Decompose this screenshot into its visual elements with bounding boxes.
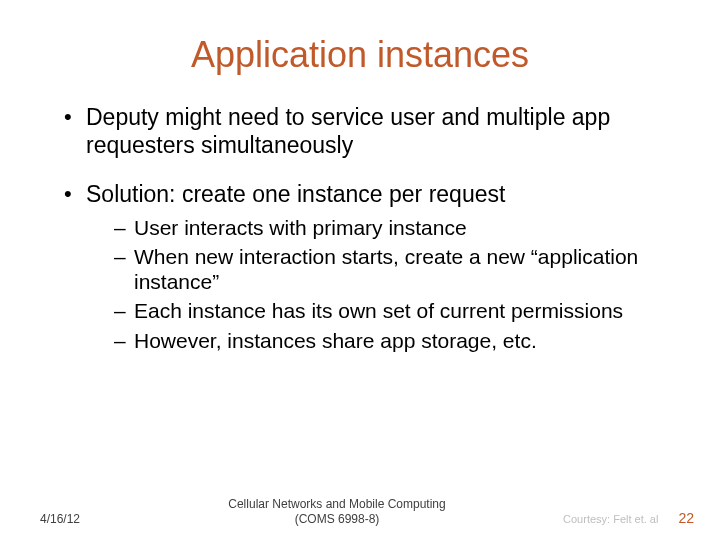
sub-bullet-item: User interacts with primary instance [114, 215, 672, 240]
sub-bullet-item: When new interaction starts, create a ne… [114, 244, 672, 294]
sub-bullet-list: User interacts with primary instance Whe… [86, 215, 672, 353]
sub-bullet-item: However, instances share app storage, et… [114, 328, 672, 353]
sub-bullet-item: Each instance has its own set of current… [114, 298, 672, 323]
bullet-text: Solution: create one instance per reques… [86, 181, 505, 207]
sub-bullet-text: Each instance has its own set of current… [134, 299, 623, 322]
page-number: 22 [678, 510, 694, 526]
footer-courtesy: Courtesy: Felt et. al [563, 513, 658, 525]
sub-bullet-text: User interacts with primary instance [134, 216, 467, 239]
slide-title: Application instances [48, 34, 672, 76]
sub-bullet-text: However, instances share app storage, et… [134, 329, 537, 352]
bullet-list: Deputy might need to service user and mu… [48, 104, 672, 353]
footer-date: 4/16/12 [40, 512, 150, 526]
slide-content: Deputy might need to service user and mu… [48, 104, 672, 353]
slide: Application instances Deputy might need … [0, 0, 720, 540]
footer-center: Cellular Networks and Mobile Computing (… [150, 497, 524, 526]
footer-right: Courtesy: Felt et. al 22 [524, 510, 694, 526]
bullet-item: Solution: create one instance per reques… [64, 181, 672, 353]
footer-center-line1: Cellular Networks and Mobile Computing [150, 497, 524, 511]
footer-center-line2: (COMS 6998-8) [150, 512, 524, 526]
bullet-text: Deputy might need to service user and mu… [86, 104, 610, 158]
footer: 4/16/12 Cellular Networks and Mobile Com… [0, 497, 720, 526]
bullet-item: Deputy might need to service user and mu… [64, 104, 672, 159]
sub-bullet-text: When new interaction starts, create a ne… [134, 245, 638, 293]
